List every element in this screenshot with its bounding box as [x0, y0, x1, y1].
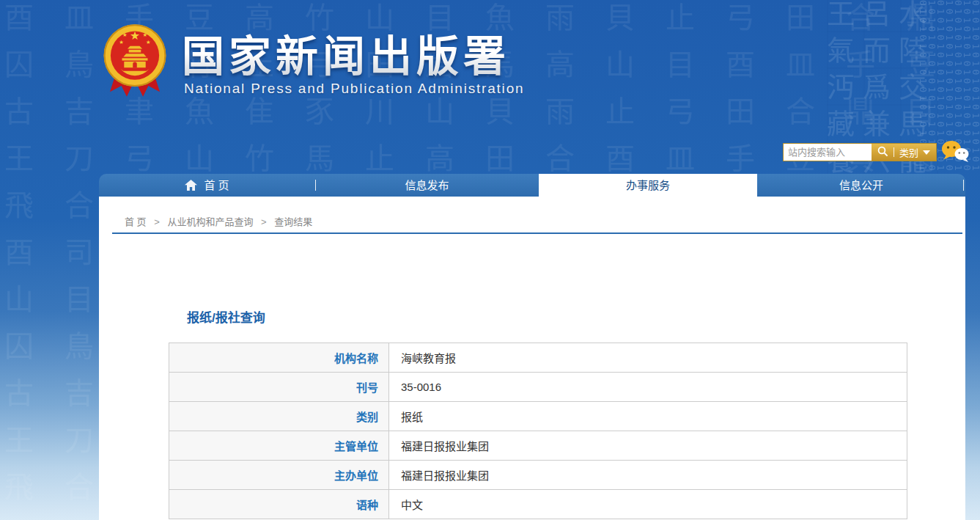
breadcrumb-separator: >: [261, 216, 267, 227]
nav-item-label: 办事服务: [626, 174, 670, 197]
search-divider: [894, 147, 894, 157]
field-value: 中文: [389, 490, 907, 519]
field-value: 福建日报报业集团: [389, 431, 907, 461]
search-controls: 类别: [872, 144, 936, 161]
breadcrumb-separator: >: [154, 216, 160, 227]
nav-divider: [315, 180, 316, 191]
field-label: 机构名称: [169, 343, 389, 373]
category-label: 类别: [899, 145, 918, 159]
breadcrumb-home[interactable]: 首 页: [125, 216, 147, 227]
field-label: 主管单位: [169, 431, 389, 461]
search-button[interactable]: [877, 146, 888, 159]
nav-divider: [963, 180, 964, 191]
breadcrumb-query-section[interactable]: 从业机构和产品查询: [167, 216, 253, 227]
nav-item-banshifuwu[interactable]: 办事服务: [539, 174, 757, 197]
svg-text:★: ★: [146, 39, 151, 45]
nav-item-label: 首 页: [204, 174, 229, 197]
site-search: 类别: [783, 143, 937, 161]
breadcrumb-current: 查询结果: [274, 216, 312, 227]
table-row: 类别 报纸: [169, 402, 907, 431]
chevron-down-icon: [923, 150, 930, 155]
field-label: 主办单位: [169, 461, 389, 490]
nav-item-xinxifabu[interactable]: 信息发布: [315, 174, 539, 197]
table-row: 主办单位 福建日报报业集团: [169, 461, 907, 490]
field-label: 语种: [169, 490, 389, 519]
category-dropdown[interactable]: 类别: [899, 145, 930, 159]
field-value: 报纸: [389, 402, 907, 431]
breadcrumb: 首 页 > 从业机构和产品查询 > 查询结果: [125, 214, 312, 228]
svg-text:★: ★: [142, 32, 147, 38]
content-panel: 首 页 > 从业机构和产品查询 > 查询结果 报纸/报社查询 机构名称 海峡教育…: [99, 197, 965, 520]
home-icon: [185, 180, 197, 191]
nav-item-label: 信息发布: [405, 174, 449, 197]
search-input[interactable]: [784, 144, 872, 161]
query-result-table: 机构名称 海峡教育报 刊号 35-0016 类别 报纸 主管单位 福建日报报业集…: [169, 343, 907, 519]
svg-text:★: ★: [130, 29, 140, 42]
table-row: 主管单位 福建日报报业集团: [169, 431, 907, 461]
nav-item-label: 信息公开: [839, 174, 883, 197]
svg-text:★: ★: [119, 39, 124, 45]
svg-text:★: ★: [122, 32, 128, 38]
search-icon: [877, 146, 888, 159]
field-value: 福建日报报业集团: [389, 461, 907, 490]
table-row: 刊号 35-0016: [169, 373, 907, 402]
page: 酉皿手豆高竹山目魚雨貝止弓田合鼎 囚鳥月竹止弓田眉馬高山目酉皿手豆 古吉聿魚隹豕…: [0, 0, 980, 520]
nav-item-home[interactable]: 首 页: [99, 174, 315, 197]
breadcrumb-rule: [112, 232, 962, 234]
wechat-icon[interactable]: [940, 139, 970, 163]
site-title: 国家新闻出版署: [182, 22, 510, 84]
field-label: 刊号: [169, 373, 389, 402]
field-label: 类别: [169, 402, 389, 431]
table-row: 机构名称 海峡教育报: [169, 343, 907, 373]
field-value: 35-0016: [389, 373, 907, 402]
site-subtitle: National Press and Publication Administr…: [184, 81, 524, 97]
page-title: 报纸/报社查询: [187, 307, 265, 326]
nav-item-xinxigongkai[interactable]: 信息公开: [757, 174, 965, 197]
national-emblem-logo[interactable]: ★ ★ ★ ★ ★: [101, 19, 169, 103]
table-row: 语种 中文: [169, 490, 907, 519]
field-value: 海峡教育报: [389, 343, 907, 373]
main-nav: 首 页 信息发布 办事服务 信息公开: [99, 174, 965, 197]
